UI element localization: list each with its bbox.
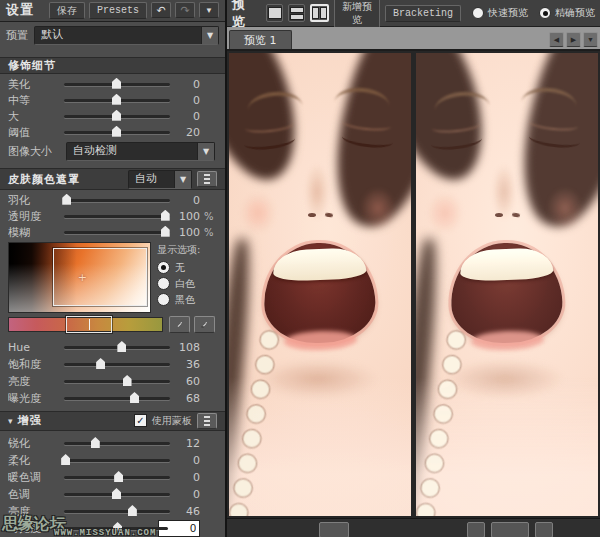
- slider-thumb[interactable]: [117, 341, 126, 352]
- collapse-triangle-icon[interactable]: ▾: [8, 416, 13, 426]
- slider-track[interactable]: [64, 476, 170, 479]
- slider-track[interactable]: [64, 346, 170, 349]
- slider-label: 中等: [8, 93, 60, 108]
- slider-row: 暖色调0: [0, 469, 225, 486]
- redo-icon[interactable]: ↷: [175, 2, 195, 18]
- slider-thumb[interactable]: [161, 210, 170, 221]
- slider-track[interactable]: [64, 363, 170, 366]
- color-selection-rect[interactable]: [53, 248, 147, 306]
- slider-thumb[interactable]: [112, 78, 121, 89]
- slider-thumb[interactable]: [113, 522, 122, 533]
- hue-strip[interactable]: [8, 317, 163, 332]
- slider-thumb[interactable]: [112, 126, 121, 137]
- view-single-button[interactable]: [266, 4, 283, 22]
- slider-track[interactable]: [64, 231, 170, 234]
- hue-selection-box[interactable]: [66, 316, 112, 333]
- undo-icon[interactable]: ↶: [151, 2, 171, 18]
- eyedropper-buttons: [169, 316, 215, 333]
- single-pane-icon: [268, 7, 282, 19]
- view-split-horizontal-button[interactable]: [288, 4, 305, 22]
- slider-value: 108: [174, 341, 200, 354]
- slider-label: 饱和度: [8, 357, 60, 372]
- slider-value: 0: [174, 488, 200, 501]
- slider-row: 大0: [0, 108, 225, 124]
- slider-thumb[interactable]: [130, 392, 139, 403]
- slider-label: 对比度: [8, 521, 60, 536]
- slider-thumb[interactable]: [112, 488, 121, 499]
- slider-value: 100: [174, 226, 200, 239]
- eyedropper-remove-button[interactable]: [194, 316, 215, 333]
- color-gradient-field[interactable]: +: [8, 242, 151, 313]
- slider-thumb[interactable]: [161, 226, 170, 237]
- slider-track[interactable]: [64, 510, 170, 513]
- enhance-section-header: ▾ 增强 ✓ 使用蒙板: [0, 411, 225, 431]
- settings-menu-arrow-icon[interactable]: ▼: [199, 2, 219, 18]
- slider-value: 0: [174, 78, 200, 91]
- bracketing-button[interactable]: Bracketing: [385, 5, 461, 22]
- tab-menu-icon[interactable]: ▼: [583, 32, 598, 47]
- save-button[interactable]: 保存: [49, 2, 85, 19]
- radio-icon[interactable]: [472, 7, 484, 19]
- presets-button[interactable]: Presets: [89, 2, 147, 19]
- slider-row: Hue108: [0, 339, 225, 356]
- slider-row: 饱和度36: [0, 356, 225, 373]
- preview-image-before[interactable]: [229, 53, 411, 516]
- slider-track[interactable]: [64, 215, 170, 218]
- portrait-teeth: [459, 247, 553, 282]
- zoom-level-field[interactable]: [491, 522, 529, 537]
- display-option-white[interactable]: 白色: [157, 276, 215, 291]
- slider-track[interactable]: [64, 459, 170, 462]
- radio-icon[interactable]: [157, 293, 170, 306]
- slider-track[interactable]: [64, 131, 170, 134]
- radio-icon[interactable]: [157, 277, 170, 290]
- zoom-in-button[interactable]: [535, 522, 553, 537]
- slider-track[interactable]: [64, 442, 170, 445]
- zoom-out-button[interactable]: [467, 522, 485, 537]
- skin-mask-mode-dropdown[interactable]: 自动 ▼: [128, 170, 192, 189]
- slider-thumb[interactable]: [91, 437, 100, 448]
- use-mask-checkbox[interactable]: ✓: [134, 414, 147, 427]
- settings-panel: 设置 保存 Presets ↶ ↷ ▼ 预置 默认 ▼ 修饰细节 美化0中等0大…: [0, 0, 227, 537]
- slider-thumb[interactable]: [114, 471, 123, 482]
- slider-thumb[interactable]: [112, 94, 121, 105]
- image-size-dropdown[interactable]: 自动检测 ▼: [66, 142, 215, 161]
- slider-thumb[interactable]: [112, 110, 121, 121]
- display-option-none[interactable]: 无: [157, 260, 215, 275]
- skin-mask-overlay-toggle-button[interactable]: [197, 171, 217, 187]
- radio-icon[interactable]: [539, 7, 551, 19]
- slider-label: Hue: [8, 341, 60, 354]
- view-split-vertical-button[interactable]: [310, 4, 329, 22]
- tab-scroll-left-icon[interactable]: ◀: [549, 32, 564, 47]
- slider-track[interactable]: [64, 397, 170, 400]
- slider-track[interactable]: [64, 527, 168, 530]
- display-option-black[interactable]: 黑色: [157, 292, 215, 307]
- smoothing-sliders: 美化0中等0大0阈值20: [0, 74, 225, 140]
- image-size-dropdown-arrow-icon[interactable]: ▼: [197, 143, 214, 160]
- preset-dropdown[interactable]: 默认 ▼: [34, 26, 219, 45]
- radio-icon[interactable]: [157, 261, 170, 274]
- tab-scroll-right-icon[interactable]: ▶: [566, 32, 581, 47]
- skin-mask-mode-arrow-icon[interactable]: ▼: [174, 171, 191, 188]
- slider-row: 亮度46: [0, 503, 225, 520]
- precise-preview-radio[interactable]: 精确预览: [539, 6, 595, 20]
- slider-track[interactable]: [64, 115, 170, 118]
- preset-dropdown-arrow-icon[interactable]: ▼: [201, 27, 218, 44]
- slider-track[interactable]: [64, 380, 170, 383]
- slider-thumb[interactable]: [61, 454, 70, 465]
- enhance-overlay-toggle-button[interactable]: [197, 413, 217, 429]
- slider-track[interactable]: [64, 493, 170, 496]
- slider-row: 透明度100%: [0, 208, 225, 224]
- slider-thumb[interactable]: [128, 505, 137, 516]
- slider-track[interactable]: [64, 199, 170, 202]
- slider-thumb[interactable]: [123, 375, 132, 386]
- quick-preview-radio[interactable]: 快速预览: [472, 6, 528, 20]
- eyedropper-add-button[interactable]: [169, 316, 190, 333]
- slider-track[interactable]: [64, 83, 170, 86]
- slider-thumb[interactable]: [96, 358, 105, 369]
- preview-tab-1[interactable]: 预览 1: [229, 30, 292, 49]
- slider-track[interactable]: [64, 99, 170, 102]
- slider-thumb[interactable]: [62, 194, 71, 205]
- bottom-bar-button[interactable]: [319, 522, 349, 537]
- new-preview-button[interactable]: 新增预览: [334, 0, 380, 28]
- preview-image-after[interactable]: [416, 53, 598, 516]
